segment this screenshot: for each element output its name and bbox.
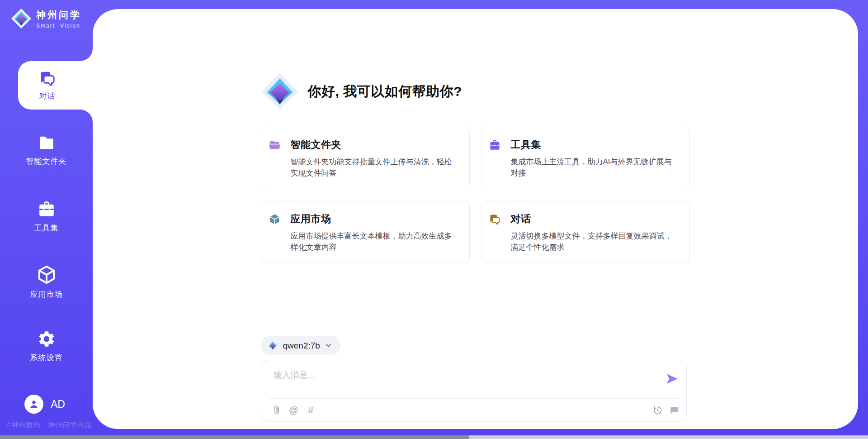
tab-fillet-bottom bbox=[80, 110, 93, 122]
sidebar-item-label: 系统设置 bbox=[30, 353, 63, 363]
user-initials: AD bbox=[51, 398, 65, 410]
sidebar-item-label: 对话 bbox=[39, 91, 56, 101]
chevron-down-icon bbox=[325, 342, 332, 349]
history-button[interactable] bbox=[652, 405, 663, 415]
sidebar-item-label: 智能文件夹 bbox=[26, 156, 67, 167]
hash-button[interactable]: # bbox=[306, 405, 316, 415]
card-chat[interactable]: 对话 灵活切换多模型文件，支持多样回复效果调试，满足个性化需求 bbox=[481, 201, 690, 263]
model-name: qwen2:7b bbox=[283, 341, 320, 351]
folder-icon bbox=[269, 139, 281, 151]
card-smart-folders[interactable]: 智能文件夹 智能文件夹功能支持批量文件上传与清洗，轻松实现文件问答 bbox=[261, 127, 470, 189]
horizontal-scrollbar[interactable] bbox=[0, 435, 868, 439]
model-selector-row: qwen2:7b bbox=[261, 336, 690, 355]
send-button[interactable] bbox=[665, 372, 679, 386]
main-panel: 你好, 我可以如何帮助你? 智能文件夹 智能文件夹功能支持批量文件上传与清洗，轻… bbox=[93, 9, 858, 429]
chat-bubble-icon bbox=[669, 405, 679, 415]
card-title: 应用市场 bbox=[291, 212, 331, 226]
card-description: 应用市场提供丰富长文本模板，助力高效生成多样化文章内容 bbox=[291, 230, 459, 253]
main-content: 你好, 我可以如何帮助你? 智能文件夹 智能文件夹功能支持批量文件上传与清洗，轻… bbox=[261, 72, 690, 422]
card-description: 集成市场上主流工具，助力AI与外界无缝扩展与对接 bbox=[511, 156, 679, 179]
user-profile[interactable]: AD bbox=[24, 395, 65, 414]
brand-text: 神州问学 Smart Vision bbox=[36, 9, 81, 29]
brand-logo-icon bbox=[11, 8, 32, 29]
sidebar-item-label: 工具集 bbox=[34, 223, 59, 233]
history-icon bbox=[652, 405, 663, 415]
card-toolset[interactable]: 工具集 集成市场上主流工具，助力AI与外界无缝扩展与对接 bbox=[481, 127, 690, 189]
sidebar-item-settings[interactable]: 系统设置 bbox=[0, 329, 93, 363]
copyright-text: ©神州数码 · 神州问学出品 bbox=[6, 421, 91, 429]
chat-bubbles-icon bbox=[39, 70, 56, 87]
model-logo-icon bbox=[267, 340, 278, 351]
attach-file-button[interactable] bbox=[271, 405, 282, 415]
message-input[interactable] bbox=[274, 369, 662, 396]
composer: @ # bbox=[261, 360, 687, 422]
card-title: 对话 bbox=[511, 212, 531, 226]
sidebar-item-tools[interactable]: 工具集 bbox=[0, 200, 93, 233]
card-title: 智能文件夹 bbox=[291, 138, 342, 152]
composer-toolbar: @ # bbox=[271, 399, 680, 421]
toolbox-icon bbox=[489, 139, 501, 151]
sidebar-item-market[interactable]: 应用市场 bbox=[0, 264, 93, 300]
gear-icon bbox=[37, 329, 56, 348]
chat-bubbles-icon bbox=[489, 213, 501, 225]
sidebar: 神州问学 Smart Vision 对话 智能文件夹 工具集 bbox=[0, 0, 93, 439]
card-description: 智能文件夹功能支持批量文件上传与清洗，轻松实现文件问答 bbox=[291, 156, 459, 179]
model-selector[interactable]: qwen2:7b bbox=[261, 336, 340, 355]
feature-cards: 智能文件夹 智能文件夹功能支持批量文件上传与清洗，轻松实现文件问答 工具集 集成… bbox=[261, 127, 690, 263]
mention-button[interactable]: @ bbox=[288, 405, 299, 415]
greeting: 你好, 我可以如何帮助你? bbox=[261, 72, 690, 110]
card-app-market[interactable]: 应用市场 应用市场提供丰富长文本模板，助力高效生成多样化文章内容 bbox=[261, 201, 470, 263]
tab-fillet-top bbox=[80, 48, 93, 61]
cube-icon bbox=[36, 264, 57, 285]
scrollbar-thumb[interactable] bbox=[0, 435, 469, 439]
cube-icon bbox=[269, 213, 281, 225]
brand: 神州问学 Smart Vision bbox=[11, 8, 81, 29]
sidebar-item-chat[interactable]: 对话 bbox=[18, 61, 93, 110]
brand-subtitle: Smart Vision bbox=[36, 23, 81, 29]
sidebar-item-label: 应用市场 bbox=[30, 289, 63, 300]
brand-name: 神州问学 bbox=[36, 9, 81, 21]
person-icon bbox=[28, 398, 40, 410]
sidebar-item-folders[interactable]: 智能文件夹 bbox=[0, 134, 93, 167]
send-icon bbox=[665, 372, 679, 386]
paperclip-icon bbox=[272, 405, 282, 415]
greeting-title: 你好, 我可以如何帮助你? bbox=[308, 82, 462, 101]
folder-icon bbox=[37, 134, 56, 152]
conversations-button[interactable] bbox=[669, 405, 680, 415]
toolbox-icon bbox=[37, 200, 56, 219]
card-title: 工具集 bbox=[511, 138, 542, 152]
avatar bbox=[24, 395, 43, 414]
card-description: 灵活切换多模型文件，支持多样回复效果调试，满足个性化需求 bbox=[511, 230, 679, 253]
assistant-logo-icon bbox=[261, 72, 299, 110]
composer-right-group bbox=[652, 405, 680, 415]
